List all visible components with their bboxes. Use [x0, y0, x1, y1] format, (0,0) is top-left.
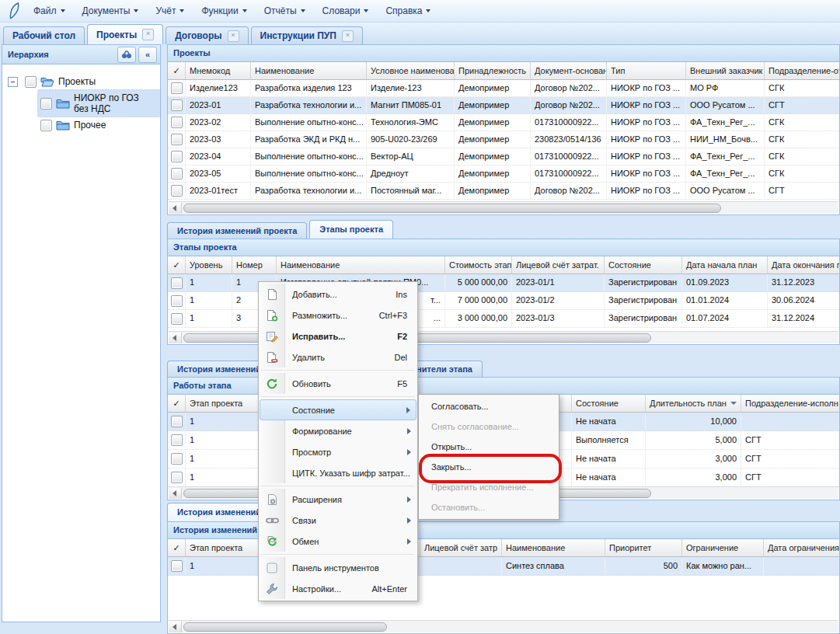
context-menu-item[interactable]: Размножить...Ctrl+F3 [260, 305, 417, 326]
row-checkbox[interactable] [171, 117, 183, 128]
tree-checkbox[interactable] [25, 76, 37, 88]
table-cell[interactable]: Постоянный маг... [367, 183, 455, 199]
table-cell[interactable]: Выполнение опытно-конс... [251, 165, 367, 182]
context-menu-item[interactable]: Состояние [260, 399, 417, 420]
table-cell[interactable]: 017310000922... [531, 114, 607, 131]
table-cell[interactable]: 230823/0514/136 [531, 131, 607, 148]
table-cell[interactable]: 2023-02 [186, 114, 251, 131]
table-cell[interactable]: 01.09.2023 [682, 274, 768, 291]
tree-node[interactable]: НИОКР по ГОЗ без НДС [2, 92, 160, 114]
tab-close-icon[interactable]: × [228, 30, 239, 42]
table-cell[interactable]: НИОКР по ГОЗ ... [607, 80, 686, 96]
column-header[interactable]: ✓ [168, 395, 186, 412]
row-select-cell[interactable] [168, 165, 186, 182]
tree-checkbox[interactable] [40, 120, 52, 131]
table-row[interactable]: 2023-04Выполнение опытно-конс...Вектор-А… [168, 148, 839, 165]
column-header[interactable]: Длительность план [646, 395, 741, 412]
tree-node[interactable]: Прочее [2, 114, 160, 136]
table-cell[interactable]: Технология-ЭМС [367, 114, 455, 131]
tree-expander-icon[interactable] [8, 77, 18, 87]
table-row[interactable]: 2023-05Выполнение опытно-конс...Дредноут… [168, 165, 839, 183]
table-cell[interactable]: НИОКР по ГОЗ ... [607, 114, 686, 131]
table-cell[interactable]: Выполняется [572, 431, 646, 449]
context-menu-item[interactable]: Формирование [260, 420, 417, 441]
scroll-left-arrow-icon[interactable] [169, 622, 182, 632]
table-cell[interactable]: СГТ [741, 431, 839, 449]
table-cell[interactable]: Вектор-АЦ [367, 148, 455, 165]
table-cell[interactable]: 10,000 [646, 413, 741, 430]
context-menu-item[interactable]: Просмотр [260, 441, 417, 462]
column-header[interactable]: ✓ [168, 539, 186, 556]
table-row[interactable]: 2023-01тестРазработка технологии и...Пос… [168, 183, 839, 200]
column-header[interactable]: Номер [232, 256, 277, 273]
row-checkbox[interactable] [171, 560, 183, 572]
table-cell[interactable]: НИОКР по ГОЗ ... [607, 165, 686, 182]
context-menu-item[interactable]: Панель инструментов [260, 557, 417, 578]
tab-close-icon[interactable]: × [142, 29, 154, 40]
table-cell[interactable]: 31.12.2024 [768, 310, 839, 327]
column-header[interactable]: Подразделение-исполн [741, 395, 839, 412]
column-header[interactable]: Лицевой счёт затрат. [512, 256, 605, 273]
table-cell[interactable]: СГТ [765, 97, 839, 113]
row-select-cell[interactable] [168, 413, 186, 430]
column-header[interactable]: Условное наименова [367, 62, 455, 79]
collapse-panel-button[interactable]: « [138, 47, 157, 63]
row-select-cell[interactable] [168, 114, 186, 131]
window-tab[interactable]: Договоры× [166, 26, 248, 44]
table-cell[interactable]: 2023-04 [186, 148, 251, 165]
panel-tab[interactable]: Этапы проекта [309, 220, 393, 239]
column-header[interactable]: Дата ограничения [764, 539, 839, 556]
table-cell[interactable]: 2023-01/2 [512, 292, 605, 309]
column-header[interactable]: Тип [607, 62, 686, 79]
table-cell[interactable]: 31.12.2023 [768, 274, 839, 291]
table-cell[interactable]: 01.01.2024 [682, 292, 768, 309]
context-menu-item[interactable]: Расширения [260, 489, 417, 510]
row-checkbox[interactable] [171, 99, 183, 111]
table-cell[interactable]: Демопример [455, 148, 531, 165]
table-row[interactable]: Изделие123Разработка изделия 123Изделие-… [168, 80, 839, 97]
column-header[interactable]: Дата начала план [682, 256, 768, 273]
table-cell[interactable]: НИОКР по ГОЗ ... [607, 148, 686, 165]
window-tab[interactable]: Проекты× [87, 24, 163, 44]
row-select-cell[interactable] [168, 557, 186, 575]
table-cell[interactable]: 017310000922... [531, 148, 607, 165]
scrollbar-thumb[interactable] [183, 204, 721, 213]
column-header[interactable]: Подразделение-от [765, 62, 839, 79]
column-header[interactable]: ✓ [168, 256, 186, 273]
context-menu-item[interactable]: УдалитьDel [260, 347, 417, 368]
column-header[interactable]: Ограничение [682, 539, 764, 556]
context-menu-item[interactable]: ОбновитьF5 [260, 373, 417, 394]
table-cell[interactable]: 7 000 000,00 [445, 292, 512, 309]
column-header[interactable]: Наименование [277, 256, 445, 273]
row-checkbox[interactable] [171, 151, 183, 162]
column-header[interactable]: Мнемокод [186, 62, 251, 79]
table-cell[interactable]: Демопример [455, 97, 531, 113]
table-row[interactable]: 2023-01Разработка технологии и...Магнит … [168, 97, 839, 114]
search-binoculars-button[interactable] [117, 47, 136, 63]
context-menu-item[interactable]: Обмен [260, 531, 417, 552]
column-header[interactable]: Лицевой счёт затр [420, 539, 502, 556]
table-cell[interactable] [741, 413, 839, 430]
row-checkbox[interactable] [171, 295, 183, 307]
column-header[interactable]: Приоритет [605, 539, 682, 556]
context-menu-item[interactable]: Исправить...F2 [260, 326, 417, 347]
scrollbar-thumb[interactable] [183, 622, 387, 632]
table-cell[interactable]: Договор №202... [531, 97, 607, 113]
table-cell[interactable]: Синтез сплава [502, 557, 605, 575]
table-row[interactable]: 2023-03Разработка ЭКД и РКД н...905-U020… [168, 131, 839, 148]
table-cell[interactable]: Демопример [455, 131, 531, 148]
table-cell[interactable]: Зарегистрирован [605, 310, 682, 327]
table-row[interactable]: 2023-02Выполнение опытно-конс...Технолог… [168, 114, 839, 131]
menubar-item[interactable]: Словари [314, 2, 378, 19]
row-checkbox[interactable] [171, 185, 183, 197]
window-tab[interactable]: Рабочий стол [3, 26, 85, 44]
table-cell[interactable]: 500 [605, 557, 682, 575]
row-select-cell[interactable] [168, 131, 186, 148]
table-cell[interactable]: 1 [186, 310, 232, 327]
row-select-cell[interactable] [168, 183, 186, 199]
row-select-cell[interactable] [168, 97, 186, 113]
column-header[interactable]: Принадлежность [455, 62, 531, 79]
row-checkbox[interactable] [171, 277, 183, 289]
table-cell[interactable]: 3,000 [646, 450, 741, 468]
tree-node-body[interactable]: Прочее [38, 117, 110, 134]
